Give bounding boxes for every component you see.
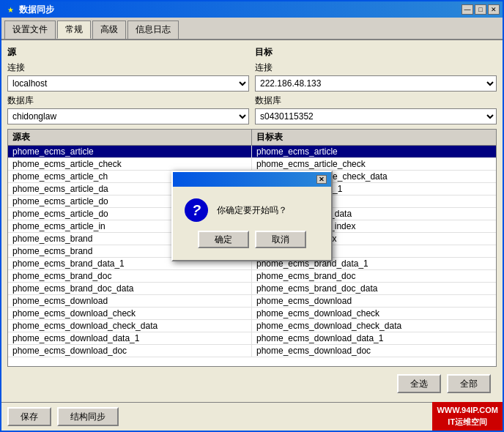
modal-cancel-button[interactable]: 取消 <box>255 231 306 248</box>
modal-overlay: ✕ ? 你确定要开始吗？ 确定 取消 <box>1 1 503 431</box>
question-icon: ? <box>185 198 208 222</box>
modal-close-button[interactable]: ✕ <box>316 175 327 184</box>
main-window: ★ 数据同步 — □ ✕ 设置文件 常规 高级 信息日志 源 连 <box>0 0 504 432</box>
modal-title-bar: ✕ <box>173 172 331 187</box>
modal-buttons: 确定 取消 <box>185 231 319 248</box>
modal-body: ? 你确定要开始吗？ 确定 取消 <box>173 187 331 260</box>
modal-confirm-button[interactable]: 确定 <box>198 231 249 248</box>
modal-title <box>177 174 179 185</box>
modal-message-row: ? 你确定要开始吗？ <box>185 198 319 222</box>
modal-message: 你确定要开始吗？ <box>217 204 287 217</box>
confirm-dialog: ✕ ? 你确定要开始吗？ 确定 取消 <box>171 171 333 261</box>
